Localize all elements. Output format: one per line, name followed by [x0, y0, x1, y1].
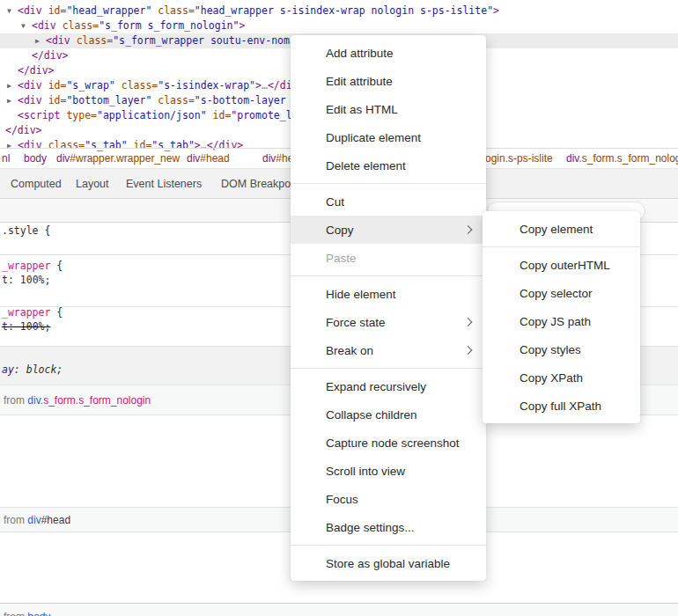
expand-arrow-icon[interactable]: ▶ — [7, 93, 11, 108]
menu-item-label: Copy JS path — [520, 315, 591, 328]
style-rule-text[interactable]: _wrapper { — [2, 306, 63, 319]
menu-item-collapse-children[interactable]: Collapse children — [291, 400, 486, 429]
menu-item-focus[interactable]: Focus — [291, 485, 486, 513]
code-token-link: div — [27, 514, 41, 526]
menu-item-label: Copy — [326, 224, 354, 237]
expand-arrow-icon[interactable]: ▶ — [35, 33, 40, 48]
code-token-attr: id= — [42, 4, 67, 17]
breadcrumb-item[interactable]: ogin.s-ps-islite — [485, 152, 553, 165]
collapse-arrow-icon[interactable]: ▼ — [7, 4, 11, 18]
menu-item-edit-attribute[interactable]: Edit attribute — [291, 67, 486, 95]
code-token-plain: { — [50, 306, 63, 319]
menu-item-cut[interactable]: Cut — [291, 187, 486, 216]
code-token-plain: : block; — [14, 363, 63, 376]
dom-node-markup[interactable]: <div id="s_wrap" class="s-isindex-wrap">… — [18, 78, 304, 93]
code-token-attr: id= — [42, 79, 67, 92]
menu-item-edit-as-html[interactable]: Edit as HTML — [291, 95, 486, 123]
code-token-val: "head_wrapper" — [66, 4, 151, 17]
dom-node-markup[interactable]: </div> — [32, 48, 69, 63]
code-token-attr: class= — [151, 94, 194, 106]
code-token-plain: : 100%; — [8, 274, 50, 286]
tab-computed[interactable]: Computed — [11, 178, 62, 190]
dom-node-markup[interactable]: <div id="head_wrapper" class="head_wrapp… — [18, 4, 499, 18]
style-rule-text[interactable]: ay: block; — [2, 363, 63, 376]
dom-node-markup[interactable]: </div> — [5, 123, 42, 138]
copy-submenu: Copy elementCopy outerHTMLCopy selectorC… — [483, 211, 640, 423]
code-token-tag: > — [493, 4, 499, 17]
submenu-chevron-icon — [464, 225, 473, 234]
menu-item-label: Store as global variable — [326, 557, 450, 570]
code-token-from: from — [4, 611, 27, 616]
code-token-val: "s_form s_form_nologin" — [99, 19, 239, 32]
menu-item-scroll-into-view[interactable]: Scroll into view — [291, 457, 486, 485]
dom-node-markup[interactable]: <div class="s_form_wrapper soutu-env-nom… — [46, 33, 302, 48]
menu-item-label: Copy styles — [520, 343, 581, 356]
breadcrumb-item[interactable]: div#wrapper.wrapper_new — [56, 152, 180, 165]
menu-item-copy-styles[interactable]: Copy styles — [483, 335, 640, 363]
code-token-tag: div — [262, 152, 276, 165]
tab-layout[interactable]: Layout — [76, 178, 109, 190]
menu-item-label: Hide element — [326, 288, 396, 301]
expand-arrow-icon[interactable]: ▶ — [7, 78, 11, 93]
menu-item-delete-element[interactable]: Delete element — [291, 151, 486, 180]
breadcrumb-item[interactable]: nl — [2, 152, 10, 165]
collapse-arrow-icon[interactable]: ▼ — [21, 18, 26, 33]
menu-item-add-attribute[interactable]: Add attribute — [291, 39, 486, 67]
code-token-tag: > — [239, 19, 245, 32]
menu-item-copy-selector[interactable]: Copy selector — [483, 279, 640, 307]
menu-item-copy[interactable]: Copy — [291, 216, 486, 244]
style-rule-text[interactable]: t: 100%; — [2, 274, 50, 286]
code-token-tag: <script — [18, 109, 60, 121]
code-token-attr: type= — [60, 109, 97, 121]
menu-item-label: Break on — [326, 344, 373, 357]
dom-node-markup[interactable]: </div> — [18, 63, 55, 78]
context-menu: Add attributeEdit attributeEdit as HTMLD… — [291, 35, 486, 581]
style-rule-text[interactable]: .style { — [2, 224, 50, 237]
code-token-tag: body — [24, 152, 47, 165]
breadcrumb-item[interactable]: div#head — [187, 152, 230, 165]
submenu-chevron-icon — [464, 346, 473, 355]
dom-node-markup[interactable]: <div id="bottom_layer" class="s-bottom-l… — [18, 93, 304, 108]
menu-item-copy-js-path[interactable]: Copy JS path — [483, 307, 640, 335]
menu-item-label: Copy element — [520, 223, 593, 236]
menu-item-copy-full-xpath[interactable]: Copy full XPath — [483, 392, 640, 420]
menu-item-duplicate-element[interactable]: Duplicate element — [291, 123, 486, 151]
menu-item-badge-settings[interactable]: Badge settings... — [291, 513, 486, 541]
menu-item-break-on[interactable]: Break on — [291, 336, 486, 364]
style-rule-text[interactable]: t: 100%; — [2, 320, 50, 333]
menu-item-label: Copy full XPath — [520, 400, 601, 413]
style-rule-text[interactable]: from div.s_form.s_form_nologin — [4, 394, 151, 407]
code-token-tag: <div — [46, 34, 70, 47]
code-token-tag: </div> — [5, 124, 42, 136]
menu-item-copy-element[interactable]: Copy element — [483, 215, 640, 243]
menu-item-copy-xpath[interactable]: Copy XPath — [483, 363, 640, 392]
menu-item-copy-outerhtml[interactable]: Copy outerHTML — [483, 251, 640, 279]
menu-item-hide-element[interactable]: Hide element — [291, 280, 486, 308]
dom-node-markup[interactable]: <script type="application/json" id="prom… — [18, 108, 304, 123]
code-token-from: from — [4, 394, 27, 407]
code-token-link: div — [27, 394, 40, 407]
menu-item-label: Force state — [326, 316, 386, 329]
style-rule-text[interactable]: _wrapper { — [2, 260, 63, 272]
style-rule-text[interactable]: from div#head — [4, 514, 70, 526]
tab-event-listeners[interactable]: Event Listeners — [126, 178, 202, 190]
dom-tree-row[interactable]: ▼<div id="head_wrapper" class="head_wrap… — [0, 4, 678, 18]
breadcrumb-item[interactable]: div.s_form.s_form_nolog — [566, 152, 678, 165]
code-token-tag: div — [56, 152, 70, 165]
menu-item-force-state[interactable]: Force state — [291, 308, 486, 336]
code-token-tag: <div — [32, 19, 56, 32]
style-rule-text[interactable]: from body — [4, 611, 50, 616]
menu-item-capture-node-screenshot[interactable]: Capture node screenshot — [291, 429, 486, 457]
menu-item-label: Expand recursively — [326, 380, 426, 393]
menu-item-expand-recursively[interactable]: Expand recursively — [291, 372, 486, 400]
code-token-from: from — [4, 514, 27, 526]
menu-item-store-as-global-variable[interactable]: Store as global variable — [291, 549, 486, 577]
menu-item-paste: Paste — [291, 244, 486, 272]
dom-tree-row[interactable]: ▼<div class="s_form s_form_nologin"> — [0, 18, 678, 33]
code-token-sel: _wrapper — [2, 260, 50, 272]
breadcrumb-item[interactable]: body — [24, 152, 47, 165]
dom-node-markup[interactable]: <div class="s_form s_form_nologin"> — [32, 18, 245, 33]
code-token-val: "s-isindex-wrap" — [158, 79, 255, 92]
menu-item-label: Delete element — [326, 159, 406, 172]
code-token-plain: { — [50, 260, 63, 272]
